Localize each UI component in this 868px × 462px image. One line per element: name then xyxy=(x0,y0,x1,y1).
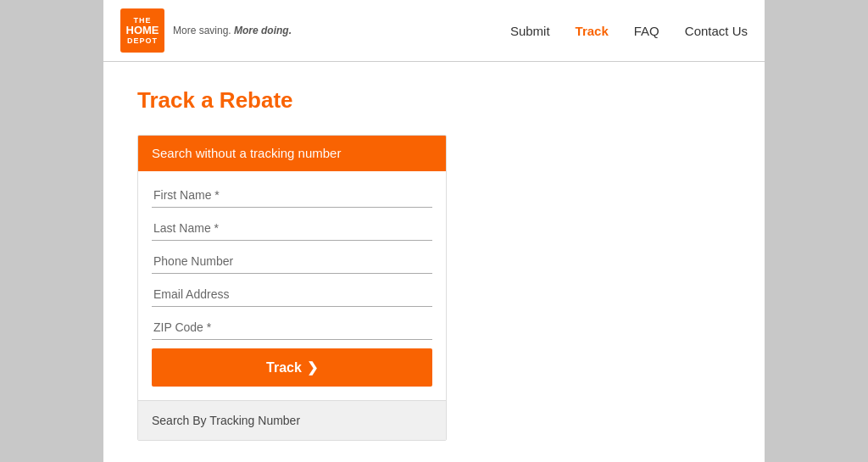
nav-faq[interactable]: FAQ xyxy=(634,24,659,38)
logo-text-home: HOME xyxy=(126,25,159,36)
form-card-header: Search without a tracking number xyxy=(138,136,446,171)
nav-contact-us[interactable]: Contact Us xyxy=(685,24,748,38)
email-address-field xyxy=(152,279,432,307)
first-name-input[interactable] xyxy=(152,180,432,208)
form-card: Search without a tracking number xyxy=(137,135,447,441)
logo-slogan: More saving. More doing. xyxy=(173,25,292,36)
form-footer-text: Search By Tracking Number xyxy=(152,414,300,427)
logo-text-depot: DEPOT xyxy=(127,36,158,45)
first-name-field xyxy=(152,180,432,208)
phone-number-input[interactable] xyxy=(152,246,432,274)
email-address-input[interactable] xyxy=(152,279,432,307)
header: THE HOME DEPOT More saving. More doing. … xyxy=(103,0,765,62)
track-button-label: Track xyxy=(266,360,302,376)
phone-number-field xyxy=(152,246,432,274)
page-wrapper: THE HOME DEPOT More saving. More doing. … xyxy=(0,0,868,462)
track-button[interactable]: Track ❯ xyxy=(152,348,432,387)
track-button-chevron-icon: ❯ xyxy=(307,359,318,376)
form-body: Track ❯ xyxy=(138,171,446,400)
nav-links: Submit Track FAQ Contact Us xyxy=(510,24,748,38)
zip-code-field xyxy=(152,312,432,340)
nav-track[interactable]: Track xyxy=(576,24,609,38)
logo-box: THE HOME DEPOT xyxy=(120,8,164,53)
form-card-header-text: Search without a tracking number xyxy=(152,146,341,160)
last-name-field xyxy=(152,213,432,241)
last-name-input[interactable] xyxy=(152,213,432,241)
logo-area: THE HOME DEPOT More saving. More doing. xyxy=(120,8,292,53)
form-footer[interactable]: Search By Tracking Number xyxy=(138,400,446,440)
content-area: THE HOME DEPOT More saving. More doing. … xyxy=(103,0,765,462)
nav-submit[interactable]: Submit xyxy=(510,24,550,38)
main-content: Track a Rebate Search without a tracking… xyxy=(103,62,765,462)
zip-code-input[interactable] xyxy=(152,312,432,340)
page-title: Track a Rebate xyxy=(137,87,731,114)
